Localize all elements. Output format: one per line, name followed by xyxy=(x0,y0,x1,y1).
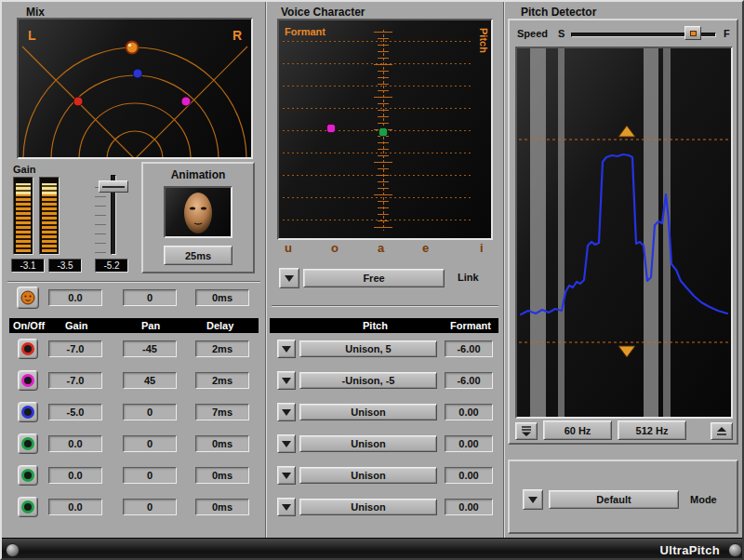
pitch-3-formant-value[interactable]: 0.00 xyxy=(445,404,493,420)
chevron-down-icon xyxy=(528,497,538,503)
pitch-3-interval-button[interactable]: Unison xyxy=(299,404,437,420)
middle-divider xyxy=(272,305,498,307)
voice-6-delay-value[interactable]: 0ms xyxy=(195,499,249,515)
low-freq-button[interactable]: 60 Hz xyxy=(543,420,612,440)
animation-label: Animation xyxy=(143,168,253,181)
header-pitch: Pitch xyxy=(363,320,388,331)
voice-3-delay-value[interactable]: 7ms xyxy=(195,404,249,420)
animation-face-icon xyxy=(166,188,231,236)
mix-pan-arcs xyxy=(22,47,247,157)
gain-meter-left xyxy=(13,177,33,255)
master-voice-button[interactable] xyxy=(17,287,39,309)
vowel-i-label: i xyxy=(480,241,484,255)
voice-2-delay-value[interactable]: 2ms xyxy=(195,372,249,389)
master-gain-value[interactable]: 0.0 xyxy=(48,289,102,306)
pitch-6-dropdown-button[interactable] xyxy=(277,498,296,516)
pitch-1-dropdown-button[interactable] xyxy=(277,340,296,358)
animation-face-display xyxy=(164,186,232,238)
voice-4-gain-value[interactable]: 0.0 xyxy=(48,435,102,452)
speed-slider-thumb[interactable] xyxy=(684,26,701,40)
mix-pan-display: L R xyxy=(17,18,253,159)
voice-2-gain-value[interactable]: -7.0 xyxy=(48,372,102,389)
pitch-3-dropdown-button[interactable] xyxy=(277,403,296,421)
voice-1-gain-value[interactable]: -7.0 xyxy=(48,340,102,357)
pitch-trace xyxy=(521,154,727,314)
voice-table-header: On/Off Gain Pan Delay xyxy=(9,318,259,333)
pitch-5-dropdown-button[interactable] xyxy=(277,466,296,485)
high-threshold-marker[interactable] xyxy=(618,126,635,137)
mode-label: Mode xyxy=(690,494,717,505)
character-mode-button[interactable]: Free xyxy=(303,269,445,287)
voice-2-pan-value[interactable]: 45 xyxy=(123,372,177,389)
gain-meter-right-fill xyxy=(42,194,57,252)
voice-2-color-ring-icon xyxy=(20,372,36,389)
pitch-1-interval-button[interactable]: Unison, 5 xyxy=(299,340,437,357)
character-mode-dropdown-button[interactable] xyxy=(279,268,299,288)
master-delay-value[interactable]: 0ms xyxy=(195,289,249,306)
speed-fast-label: F xyxy=(724,28,730,39)
voice-3-gain-value[interactable]: -5.0 xyxy=(48,404,102,420)
mode-button[interactable]: Default xyxy=(549,490,679,509)
pitch-5-interval-button[interactable]: Unison xyxy=(299,467,437,484)
triangle-up-line-icon xyxy=(715,426,728,436)
pitch-table-header: Pitch Formant xyxy=(270,318,498,333)
voice-4-onoff-button[interactable] xyxy=(18,433,38,454)
mix-dot-voice-red[interactable] xyxy=(73,97,83,106)
voice-5-pan-value[interactable]: 0 xyxy=(123,467,177,484)
pitch-4-formant-value[interactable]: 0.00 xyxy=(445,435,493,452)
pitch-6-interval-button[interactable]: Unison xyxy=(299,499,437,515)
voice-2-onoff-button[interactable] xyxy=(18,370,38,391)
plugin-brand: UltraPitch xyxy=(660,543,720,557)
chevron-down-icon xyxy=(282,441,291,447)
mix-dot-animation[interactable] xyxy=(126,42,139,54)
voice-3-pan-value[interactable]: 0 xyxy=(123,404,177,420)
pitch-5-formant-value[interactable]: 0.00 xyxy=(445,467,493,484)
header-pan: Pan xyxy=(141,320,160,331)
voice-6-onoff-button[interactable] xyxy=(18,497,38,517)
pitch-4-interval-button[interactable]: Unison xyxy=(299,435,437,452)
voice-5-onoff-button[interactable] xyxy=(18,465,38,486)
pitch-4-dropdown-button[interactable] xyxy=(277,434,296,453)
voice-1-pan-value[interactable]: -45 xyxy=(123,340,177,357)
column-divider-left xyxy=(265,2,267,538)
voice-character-dot-magenta[interactable] xyxy=(326,124,336,133)
chevron-down-icon xyxy=(282,409,291,416)
voice-1-delay-value[interactable]: 2ms xyxy=(195,340,249,357)
low-threshold-marker[interactable] xyxy=(618,346,635,357)
mode-dropdown-button[interactable] xyxy=(523,489,543,510)
pitch-2-formant-value[interactable]: -6.00 xyxy=(445,372,493,389)
mix-dot-voice-blue[interactable] xyxy=(133,69,142,78)
voice-3-onoff-button[interactable] xyxy=(18,402,38,422)
pitch-6-formant-value[interactable]: 0.00 xyxy=(445,499,493,515)
gain-readout-right: -3.5 xyxy=(48,259,82,273)
voice-6-pan-value[interactable]: 0 xyxy=(123,499,177,515)
pitch-1-formant-value[interactable]: -6.00 xyxy=(445,340,493,357)
voice-6-color-ring-icon xyxy=(20,499,36,515)
chevron-down-icon xyxy=(285,275,294,282)
voice-4-delay-value[interactable]: 0ms xyxy=(195,435,249,452)
gain-meter-left-fill xyxy=(16,194,31,252)
mix-dot-voice-magenta[interactable] xyxy=(181,97,191,106)
pitch-2-interval-button[interactable]: -Unison, -5 xyxy=(299,372,437,389)
high-freq-button[interactable]: 512 Hz xyxy=(618,420,686,440)
gain-readout-left: -3.1 xyxy=(11,259,45,273)
header-gain: Gain xyxy=(65,320,87,331)
low-freq-decrease-button[interactable] xyxy=(515,422,538,440)
pitch-2-dropdown-button[interactable] xyxy=(277,371,296,390)
voice-6-gain-value[interactable]: 0.0 xyxy=(48,499,102,515)
mode-panel: Default Mode xyxy=(508,460,738,534)
vowel-a-label: a xyxy=(378,241,384,255)
voice-5-gain-value[interactable]: 0.0 xyxy=(48,467,102,484)
link-toggle[interactable]: Link xyxy=(458,272,479,283)
animation-time-button[interactable]: 25ms xyxy=(164,246,232,265)
vowel-u-label: u xyxy=(285,241,292,255)
voice-5-delay-value[interactable]: 0ms xyxy=(195,467,249,484)
master-pan-value[interactable]: 0 xyxy=(123,289,177,306)
voice-1-onoff-button[interactable] xyxy=(18,339,38,359)
chevron-down-icon xyxy=(282,504,291,511)
gain-slider-thumb[interactable] xyxy=(99,180,128,193)
voice-character-dot-green[interactable] xyxy=(379,127,388,137)
voice-4-pan-value[interactable]: 0 xyxy=(123,435,177,452)
formant-axis-label: Formant xyxy=(285,26,326,37)
high-freq-increase-button[interactable] xyxy=(711,422,733,440)
